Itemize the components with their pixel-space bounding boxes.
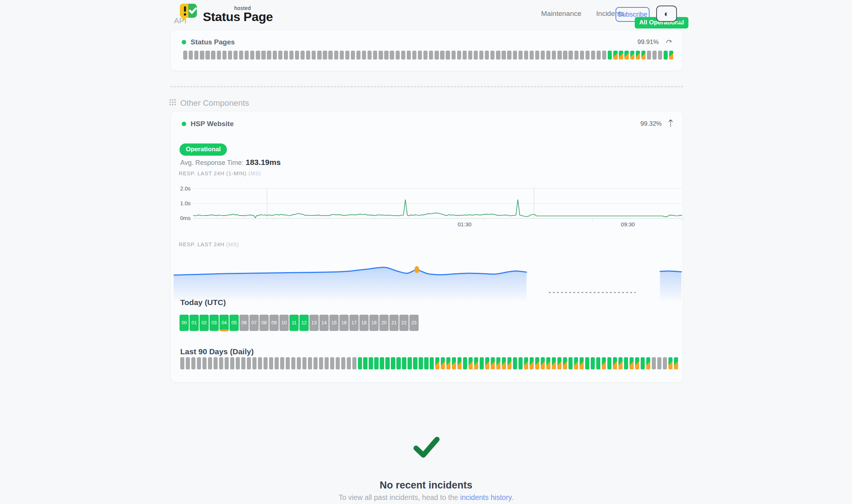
- uptime-bar[interactable]: [468, 51, 472, 60]
- uptime-bar[interactable]: [234, 51, 238, 60]
- uptime-bar[interactable]: [452, 51, 456, 60]
- uptime-bar[interactable]: [586, 51, 590, 60]
- uptime-bar[interactable]: [297, 357, 301, 369]
- uptime-bar[interactable]: [402, 357, 406, 369]
- hour-cell-13[interactable]: 13: [309, 315, 319, 331]
- uptime-bar[interactable]: [347, 357, 351, 369]
- uptime-bar[interactable]: [295, 51, 299, 60]
- uptime-bar[interactable]: [563, 51, 567, 60]
- uptime-bar[interactable]: [480, 357, 484, 369]
- uptime-bar[interactable]: [507, 51, 511, 60]
- uptime-bar[interactable]: [384, 51, 388, 60]
- uptime-bar[interactable]: [261, 51, 265, 60]
- uptime-bar[interactable]: [491, 357, 495, 369]
- uptime-bar[interactable]: [211, 51, 215, 60]
- uptime-bar[interactable]: [607, 357, 611, 369]
- uptime-bar[interactable]: [429, 51, 433, 60]
- uptime-bar[interactable]: [624, 357, 628, 369]
- uptime-bar[interactable]: [602, 357, 606, 369]
- uptime-bar[interactable]: [530, 51, 534, 60]
- uptime-bar[interactable]: [319, 357, 323, 369]
- uptime-bar[interactable]: [323, 51, 327, 60]
- refresh-icon[interactable]: [665, 38, 673, 46]
- uptime-bar[interactable]: [546, 357, 550, 369]
- uptime-bar[interactable]: [368, 51, 372, 60]
- hour-cell-17[interactable]: 17: [349, 315, 359, 331]
- uptime-bar[interactable]: [379, 51, 383, 60]
- hour-cell-02[interactable]: 02: [199, 315, 209, 331]
- uptime-bar[interactable]: [275, 357, 279, 369]
- chart-marker-dot[interactable]: [415, 266, 419, 273]
- uptime-bar[interactable]: [674, 357, 678, 369]
- uptime-bar[interactable]: [186, 357, 190, 369]
- uptime-bar[interactable]: [653, 51, 657, 60]
- uptime-bar[interactable]: [490, 51, 494, 60]
- hour-cell-14[interactable]: 14: [319, 315, 329, 331]
- uptime-bar[interactable]: [390, 51, 394, 60]
- uptime-bar[interactable]: [613, 357, 617, 369]
- hour-cell-11[interactable]: 11: [289, 315, 299, 331]
- uptime-bar[interactable]: [519, 357, 523, 369]
- response-time-line-chart[interactable]: 2.0s1.0s0ms01:3009:30: [174, 185, 684, 231]
- chevron-up-icon[interactable]: [676, 19, 683, 26]
- uptime-bar[interactable]: [200, 51, 204, 60]
- uptime-bar[interactable]: [236, 357, 240, 369]
- uptime-bar[interactable]: [222, 51, 227, 60]
- uptime-bar[interactable]: [669, 51, 673, 60]
- hour-cell-07[interactable]: 07: [249, 315, 259, 331]
- hour-cell-01[interactable]: 01: [189, 315, 199, 331]
- uptime-bar[interactable]: [180, 357, 184, 369]
- uptime-bar[interactable]: [446, 357, 450, 369]
- hour-cell-16[interactable]: 16: [339, 315, 349, 331]
- uptime-bar[interactable]: [189, 51, 193, 60]
- uptime-bar[interactable]: [541, 357, 545, 369]
- uptime-bar[interactable]: [228, 51, 232, 60]
- uptime-bar[interactable]: [630, 51, 634, 60]
- uptime-bar[interactable]: [652, 357, 656, 369]
- scroll-top-icon[interactable]: [668, 119, 673, 129]
- uptime-bar[interactable]: [217, 51, 221, 60]
- uptime-bar[interactable]: [624, 51, 628, 60]
- uptime-bar[interactable]: [286, 357, 290, 369]
- hour-cell-23[interactable]: 23: [409, 315, 419, 331]
- uptime-bar[interactable]: [363, 357, 367, 369]
- uptime-bar[interactable]: [541, 51, 545, 60]
- uptime-bar[interactable]: [396, 51, 400, 60]
- uptime-bar[interactable]: [245, 51, 249, 60]
- uptime-bar[interactable]: [430, 357, 434, 369]
- uptime-bar[interactable]: [507, 357, 511, 369]
- uptime-bar[interactable]: [208, 357, 212, 369]
- uptime-bar[interactable]: [469, 357, 473, 369]
- hour-cell-04[interactable]: 04: [219, 315, 229, 331]
- uptime-bar[interactable]: [463, 51, 467, 60]
- incidents-history-link[interactable]: incidents history: [460, 493, 511, 501]
- uptime-bar[interactable]: [557, 357, 561, 369]
- uptime-bar[interactable]: [252, 357, 256, 369]
- uptime-bar[interactable]: [463, 357, 467, 369]
- uptime-bar[interactable]: [239, 51, 243, 60]
- uptime-bar[interactable]: [630, 357, 634, 369]
- uptime-bar[interactable]: [385, 357, 389, 369]
- uptime-bar[interactable]: [219, 357, 223, 369]
- uptime-bar[interactable]: [273, 51, 277, 60]
- uptime-bar[interactable]: [278, 51, 282, 60]
- response-time-area-chart[interactable]: [174, 258, 683, 308]
- uptime-bar[interactable]: [457, 357, 462, 369]
- uptime-bar[interactable]: [552, 357, 556, 369]
- uptime-bar[interactable]: [412, 51, 416, 60]
- uptime-bar[interactable]: [474, 357, 478, 369]
- uptime-bar[interactable]: [358, 357, 362, 369]
- uptime-bar[interactable]: [202, 357, 207, 369]
- uptime-bar[interactable]: [256, 51, 260, 60]
- uptime-bar[interactable]: [435, 51, 439, 60]
- uptime-bar[interactable]: [580, 51, 584, 60]
- uptime-bar[interactable]: [369, 357, 373, 369]
- hour-cell-05[interactable]: 05: [229, 315, 239, 331]
- uptime-bar[interactable]: [619, 51, 623, 60]
- uptime-bar[interactable]: [194, 51, 198, 60]
- hour-cell-00[interactable]: 00: [180, 315, 189, 331]
- uptime-bar[interactable]: [635, 357, 639, 369]
- uptime-bar[interactable]: [574, 51, 578, 60]
- uptime-bar[interactable]: [435, 357, 439, 369]
- uptime-bar[interactable]: [535, 357, 539, 369]
